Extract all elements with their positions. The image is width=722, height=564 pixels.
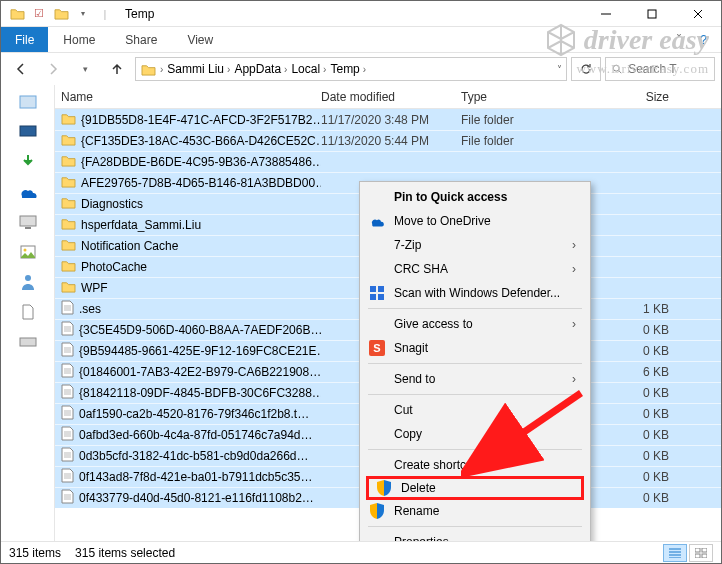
menu-item-snagit[interactable]: SSnagit: [362, 336, 588, 360]
defender-icon: [368, 284, 386, 302]
col-name[interactable]: Name: [61, 90, 321, 104]
folder-icon: [61, 259, 76, 275]
svg-rect-11: [378, 286, 384, 292]
menu-item-label: Give access to: [394, 317, 564, 331]
breadcrumb[interactable]: › Sammi Liu› AppData› Local› Temp› ˅: [135, 57, 567, 81]
svg-rect-18: [702, 548, 707, 552]
crumb-1[interactable]: AppData›: [234, 62, 287, 76]
qat-dropdown-icon[interactable]: ▾: [75, 6, 91, 22]
menu-separator: [368, 363, 582, 364]
tab-share[interactable]: Share: [110, 27, 172, 52]
menu-item-7-zip[interactable]: 7-Zip›: [362, 233, 588, 257]
folder-icon: [61, 196, 76, 212]
menu-item-give-access-to[interactable]: Give access to›: [362, 312, 588, 336]
menu-item-scan-with-windows-defender[interactable]: Scan with Windows Defender...: [362, 281, 588, 305]
tab-home[interactable]: Home: [48, 27, 110, 52]
menu-item-label: CRC SHA: [394, 262, 564, 276]
menu-item-label: Scan with Windows Defender...: [394, 286, 576, 300]
folder-icon: [61, 133, 76, 149]
status-items: 315 items: [9, 546, 61, 560]
svg-rect-3: [20, 126, 36, 136]
search-box[interactable]: [605, 57, 715, 81]
menu-item-create-shortcut[interactable]: Create shortcut: [362, 453, 588, 477]
maximize-button[interactable]: [629, 1, 675, 27]
svg-rect-5: [25, 227, 31, 229]
file-size: 0 KB: [611, 449, 681, 463]
menu-item-rename[interactable]: Rename: [362, 499, 588, 523]
nav-onedrive-icon[interactable]: [17, 181, 39, 203]
menu-item-copy[interactable]: Copy: [362, 422, 588, 446]
menu-item-label: Rename: [394, 504, 576, 518]
view-large-button[interactable]: [689, 544, 713, 562]
svg-text:S: S: [373, 342, 380, 354]
file-name: Diagnostics: [81, 197, 143, 211]
svg-point-8: [25, 275, 31, 281]
file-name: 0f433779-d40d-45d0-8121-e116fd1108b2…: [79, 491, 314, 505]
file-size: 0 KB: [611, 323, 681, 337]
recent-dropdown[interactable]: ▾: [71, 57, 99, 81]
file-icon: [61, 363, 74, 381]
file-icon: [61, 300, 74, 318]
up-button[interactable]: [103, 57, 131, 81]
nav-documents-icon[interactable]: [17, 301, 39, 323]
col-size[interactable]: Size: [611, 90, 681, 104]
nav-thispc-icon[interactable]: [17, 211, 39, 233]
folder-icon: [61, 154, 76, 170]
crumb-0[interactable]: Sammi Liu›: [167, 62, 230, 76]
close-button[interactable]: [675, 1, 721, 27]
nav-pictures-icon[interactable]: [17, 241, 39, 263]
tab-view[interactable]: View: [172, 27, 228, 52]
file-name: {CF135DE3-18AC-453C-B66A-D426CE52C…: [81, 134, 321, 148]
file-size: 0 KB: [611, 407, 681, 421]
menu-item-label: Move to OneDrive: [394, 214, 576, 228]
search-input[interactable]: [626, 61, 708, 77]
nav-downloads-icon[interactable]: [17, 151, 39, 173]
forward-button[interactable]: [39, 57, 67, 81]
file-date: 11/13/2020 5:44 PM: [321, 134, 461, 148]
menu-item-cut[interactable]: Cut: [362, 398, 588, 422]
nav-quick-access-icon[interactable]: [17, 91, 39, 113]
address-row: ▾ › Sammi Liu› AppData› Local› Temp› ˅: [1, 53, 721, 85]
menu-item-delete[interactable]: Delete: [366, 476, 584, 500]
file-name: PhotoCache: [81, 260, 147, 274]
svg-rect-17: [695, 548, 700, 552]
file-row[interactable]: {CF135DE3-18AC-453C-B66A-D426CE52C…11/13…: [55, 130, 721, 151]
blank-icon: [368, 315, 386, 333]
menu-item-send-to[interactable]: Send to›: [362, 367, 588, 391]
address-dropdown-icon[interactable]: ˅: [557, 64, 562, 75]
menu-item-label: Cut: [394, 403, 576, 417]
back-button[interactable]: [7, 57, 35, 81]
ribbon-help-icon[interactable]: ?: [700, 33, 707, 47]
status-selected: 315 items selected: [75, 546, 175, 560]
file-size: 6 KB: [611, 365, 681, 379]
qat-folder-icon[interactable]: [53, 6, 69, 22]
refresh-button[interactable]: [571, 57, 601, 81]
nav-disk-icon[interactable]: [17, 331, 39, 353]
column-headers: Name Date modified Type Size: [55, 85, 721, 109]
qat-save-icon[interactable]: ☑: [31, 6, 47, 22]
col-date[interactable]: Date modified: [321, 90, 461, 104]
minimize-button[interactable]: [583, 1, 629, 27]
view-details-button[interactable]: [663, 544, 687, 562]
file-tab[interactable]: File: [1, 27, 48, 52]
col-type[interactable]: Type: [461, 90, 611, 104]
menu-item-crc-sha[interactable]: CRC SHA›: [362, 257, 588, 281]
menu-item-pin-to-quick-access[interactable]: Pin to Quick access: [362, 185, 588, 209]
file-icon: [61, 489, 74, 507]
nav-person-icon[interactable]: [17, 271, 39, 293]
svg-rect-2: [20, 96, 36, 108]
menu-item-move-to-onedrive[interactable]: Move to OneDrive: [362, 209, 588, 233]
file-row[interactable]: {FA28DBDE-B6DE-4C95-9B36-A73885486…: [55, 151, 721, 172]
file-row[interactable]: {91DB55D8-1E4F-471C-AFCD-3F2F517B2…11/17…: [55, 109, 721, 130]
app-icon: [9, 6, 25, 22]
svg-point-7: [23, 249, 26, 252]
file-icon: [61, 384, 74, 402]
blank-icon: [368, 260, 386, 278]
blank-icon: [368, 188, 386, 206]
crumb-2[interactable]: Local›: [291, 62, 326, 76]
ribbon-expand-icon[interactable]: ˅: [676, 33, 682, 47]
crumb-3[interactable]: Temp›: [330, 62, 366, 76]
nav-desktop-icon[interactable]: [17, 121, 39, 143]
file-name: {01846001-7AB3-42E2-B979-CA6B221908…: [79, 365, 321, 379]
file-icon: [61, 447, 74, 465]
